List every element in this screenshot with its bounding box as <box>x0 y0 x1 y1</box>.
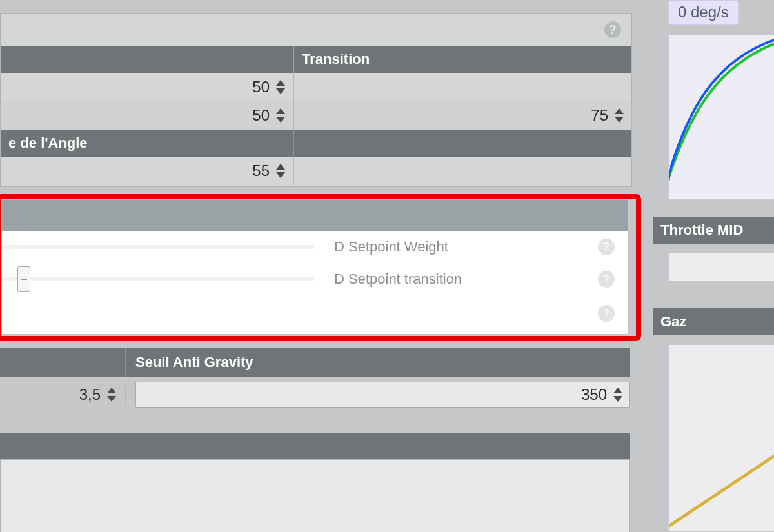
anti-gravity-threshold-input[interactable]: 350 <box>135 382 630 408</box>
highlight-box <box>0 194 641 341</box>
stepper-arrows-icon[interactable] <box>613 388 622 402</box>
throttle-mid-input[interactable] <box>668 253 774 281</box>
anti-gravity-left-stepper[interactable]: 3,5 <box>79 386 116 404</box>
angle-header-row: Transition <box>1 46 631 73</box>
bottom-panel-body <box>0 459 630 532</box>
rate-readout-badge: 0 deg/s <box>668 0 739 25</box>
angle-subheader-left: e de l'Angle <box>1 130 294 157</box>
angle-row2-left-stepper[interactable]: 50 <box>252 106 285 124</box>
gaz-chart <box>668 344 774 531</box>
angle-row-3: 55 <box>1 157 631 185</box>
anti-gravity-panel: Seuil Anti Gravity 3,5 350 <box>0 348 630 413</box>
angle-subheader-row: e de l'Angle <box>1 130 631 157</box>
angle-header-left <box>1 46 294 73</box>
bottom-panel <box>0 433 630 532</box>
rate-curve-chart <box>668 35 774 200</box>
angle-subheader-right <box>294 130 631 157</box>
angle-row2-right-stepper[interactable]: 75 <box>591 106 624 124</box>
anti-gravity-header-left <box>0 348 126 377</box>
stepper-arrows-icon[interactable] <box>276 80 285 94</box>
stepper-arrows-icon[interactable] <box>107 388 116 402</box>
throttle-mid-header: Throttle MID <box>653 217 774 244</box>
help-icon[interactable]: ? <box>604 21 621 38</box>
stepper-arrows-icon[interactable] <box>615 108 624 123</box>
angle-row-2: 50 75 <box>1 101 631 130</box>
angle-row1-left-stepper[interactable]: 50 <box>252 78 285 96</box>
stepper-arrows-icon[interactable] <box>276 164 285 178</box>
angle-row-1: 50 <box>1 73 631 101</box>
anti-gravity-header-right: Seuil Anti Gravity <box>126 348 630 377</box>
gaz-header: Gaz <box>653 308 774 335</box>
angle-row3-right <box>294 157 631 185</box>
stepper-arrows-icon[interactable] <box>276 108 285 123</box>
angle-row1-right <box>294 73 631 101</box>
transition-header: Transition <box>294 46 631 73</box>
svg-line-0 <box>669 435 774 531</box>
angle-panel: ? Transition 50 50 7 <box>0 13 632 187</box>
angle-row3-left-stepper[interactable]: 55 <box>252 162 285 180</box>
bottom-panel-header <box>0 433 630 459</box>
